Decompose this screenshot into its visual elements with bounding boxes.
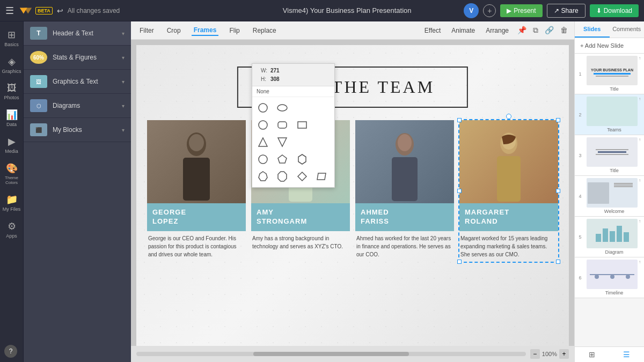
george-bio: George is our CEO and Founder. His passi… xyxy=(147,231,246,262)
slide-4[interactable]: 4 Welcome ↑ xyxy=(575,176,644,217)
shape-oct[interactable] xyxy=(275,169,290,184)
present-button[interactable]: ▶ Present xyxy=(500,4,542,17)
canvas-area[interactable]: MEET THE TEAM G xyxy=(131,40,574,346)
avatar[interactable]: V xyxy=(464,3,479,18)
selection-handle-mr[interactable] xyxy=(556,189,560,193)
grid-view-button[interactable]: ⊞ xyxy=(575,347,610,362)
my-blocks-icon: ⬛ xyxy=(30,123,47,136)
shape-rect[interactable] xyxy=(295,117,310,132)
panel-item-graphics-text[interactable]: 🖼 Graphics & Text ▾ xyxy=(24,70,131,94)
undo-icon[interactable]: ↩ xyxy=(57,6,63,15)
selection-handle-ml[interactable] xyxy=(457,189,462,193)
right-panel: Slides Comments + Add New Slide 1 YOUR B… xyxy=(574,21,644,362)
slide-5[interactable]: 5 Diagram ↑ xyxy=(575,217,644,257)
slide-1[interactable]: 1 YOUR BUSINESS PLAN Title ↑ xyxy=(575,54,644,94)
add-slide-button[interactable]: + Add New Slide xyxy=(575,38,644,54)
hamburger-icon[interactable]: ☰ xyxy=(5,5,14,17)
horizontal-scrollbar[interactable] xyxy=(136,352,526,356)
slide-6-label: Timeline xyxy=(587,290,642,295)
shape-oval[interactable] xyxy=(275,100,290,115)
team-member-ahmed[interactable]: AHMEDFARISS Ahmed has worked for the las… xyxy=(355,120,454,262)
arrange-button[interactable]: Arrange xyxy=(484,26,511,35)
rotate-handle[interactable] xyxy=(506,114,511,119)
slide-2[interactable]: 2 Teams ↑ xyxy=(575,94,644,135)
sidebar-item-my-files[interactable]: 📁 My Files xyxy=(1,190,23,215)
panel-item-header-text[interactable]: T Header & Text ▾ xyxy=(24,21,131,46)
sidebar-item-apps[interactable]: ⚙ Apps xyxy=(1,217,23,242)
shape-down-triangle[interactable] xyxy=(275,135,290,150)
animate-button[interactable]: Animate xyxy=(449,26,477,35)
crop-button[interactable]: Crop xyxy=(165,26,183,35)
pin-icon[interactable]: 📌 xyxy=(517,26,526,35)
list-view-button[interactable]: ☰ xyxy=(610,347,645,362)
ahmed-bio: Ahmed has worked for the last 20 years i… xyxy=(355,231,454,262)
tab-slides[interactable]: Slides xyxy=(575,21,610,38)
canvas[interactable]: MEET THE TEAM G xyxy=(136,45,569,346)
slide-2-badge: ↑ xyxy=(639,97,641,101)
slide-6[interactable]: 6 Timeline ↑ xyxy=(575,257,644,298)
effect-button[interactable]: Effect xyxy=(422,26,443,35)
shape-wide-circle[interactable] xyxy=(255,152,270,167)
download-button[interactable]: ⬇ Download xyxy=(590,4,639,17)
selection-handle-br[interactable] xyxy=(556,260,560,264)
zoom-plus-button[interactable]: + xyxy=(559,349,569,359)
shape-hept[interactable] xyxy=(255,169,270,184)
team-member-george[interactable]: GEORGELOPEZ George is our CEO and Founde… xyxy=(147,120,246,262)
slide-3[interactable]: 3 Title ↑ xyxy=(575,135,644,176)
slide-6-number: 6 xyxy=(577,275,583,280)
svg-point-21 xyxy=(259,155,267,164)
shape-hexagon[interactable] xyxy=(295,152,310,167)
link-icon[interactable]: 🔗 xyxy=(545,26,554,35)
filter-button[interactable]: Filter xyxy=(137,26,156,35)
zoom-minus-button[interactable]: − xyxy=(530,349,540,359)
left-sidebar: ⊞ Basics ◈ Graphics 🖼 Photos 📊 Data ▶ Me… xyxy=(0,21,24,362)
svg-point-16 xyxy=(259,121,267,129)
scrollbar-thumb[interactable] xyxy=(253,352,409,356)
shape-none-option[interactable]: None xyxy=(252,86,334,97)
shape-rhombus[interactable] xyxy=(295,169,310,184)
shape-circle-outline[interactable] xyxy=(255,117,270,132)
sidebar-item-basics[interactable]: ⊞ Basics xyxy=(1,26,23,50)
toolbar-right: Effect Animate Arrange 📌 ⧉ 🔗 🗑 xyxy=(422,26,568,35)
copy-icon[interactable]: ⧉ xyxy=(533,26,538,35)
shape-pentagon[interactable] xyxy=(275,152,290,167)
right-panel-tabs: Slides Comments xyxy=(575,21,644,38)
mini-line-3b xyxy=(596,154,628,155)
selection-handle-tr[interactable] xyxy=(556,118,560,122)
sidebar-item-media[interactable]: ▶ Media xyxy=(1,132,23,157)
shape-empty4 xyxy=(295,135,310,150)
shape-rounded-rect[interactable] xyxy=(275,117,290,132)
panel-item-my-blocks[interactable]: ⬛ My Blocks ▾ xyxy=(24,118,131,142)
svg-rect-9 xyxy=(392,157,418,201)
amy-bio: Amy has a strong background in technolog… xyxy=(251,231,350,254)
photos-icon: 🖼 xyxy=(7,83,17,94)
visme-logo: BETA xyxy=(18,5,53,16)
panel-item-stats[interactable]: 60% Stats & Figures ▾ xyxy=(24,46,131,70)
sidebar-item-theme-colors[interactable]: 🎨 Theme Colors xyxy=(1,159,23,188)
tab-comments[interactable]: Comments xyxy=(610,21,645,38)
share-button[interactable]: ↗ Share xyxy=(547,4,586,18)
mini-grid-2 xyxy=(611,106,614,117)
shape-triangle[interactable] xyxy=(255,135,270,150)
replace-button[interactable]: Replace xyxy=(251,26,279,35)
selection-handle-tl[interactable] xyxy=(457,118,462,122)
frames-button[interactable]: Frames xyxy=(192,25,219,36)
trash-icon[interactable]: 🗑 xyxy=(560,26,568,35)
add-account-button[interactable]: + xyxy=(483,4,496,17)
shape-circle[interactable] xyxy=(255,100,270,115)
svg-point-14 xyxy=(259,104,267,112)
slide-2-number: 2 xyxy=(577,112,583,117)
george-name: GEORGELOPEZ xyxy=(152,208,186,226)
flip-button[interactable]: Flip xyxy=(227,26,241,35)
chevron-down-icon-0: ▾ xyxy=(122,31,125,36)
sidebar-item-data[interactable]: 📊 Data xyxy=(1,106,23,130)
selection-handle-bl[interactable] xyxy=(457,260,462,264)
sidebar-item-graphics[interactable]: ◈ Graphics xyxy=(1,53,23,77)
panel-item-diagrams[interactable]: ⬡ Diagrams ▾ xyxy=(24,94,131,118)
team-member-margaret[interactable]: MARGARETROLAND Magaret worked for 15 yea… xyxy=(459,120,558,262)
presentation-title: Visme4) Your Business Plan Presentation xyxy=(235,6,459,14)
shape-parallelogram[interactable] xyxy=(314,169,329,184)
slide-4-label: Welcome xyxy=(587,209,642,214)
sidebar-item-photos[interactable]: 🖼 Photos xyxy=(1,79,23,104)
help-button[interactable]: ? xyxy=(4,345,17,358)
